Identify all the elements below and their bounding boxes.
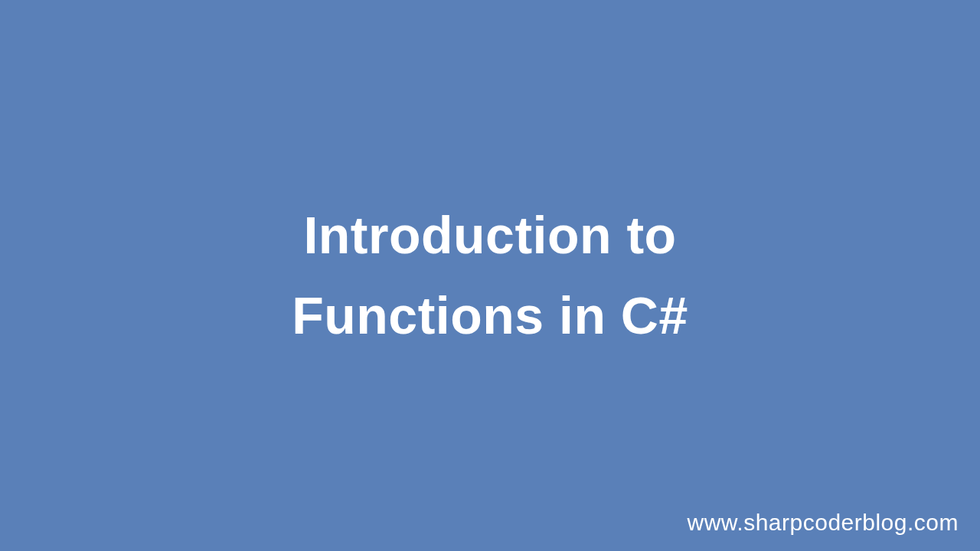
watermark-url: www.sharpcoderblog.com: [688, 510, 959, 536]
slide-container: Introduction to Functions in C# www.shar…: [0, 0, 980, 551]
slide-title: Introduction to Functions in C#: [292, 195, 688, 357]
title-line-2: Functions in C#: [292, 286, 688, 344]
title-line-1: Introduction to: [303, 206, 676, 264]
